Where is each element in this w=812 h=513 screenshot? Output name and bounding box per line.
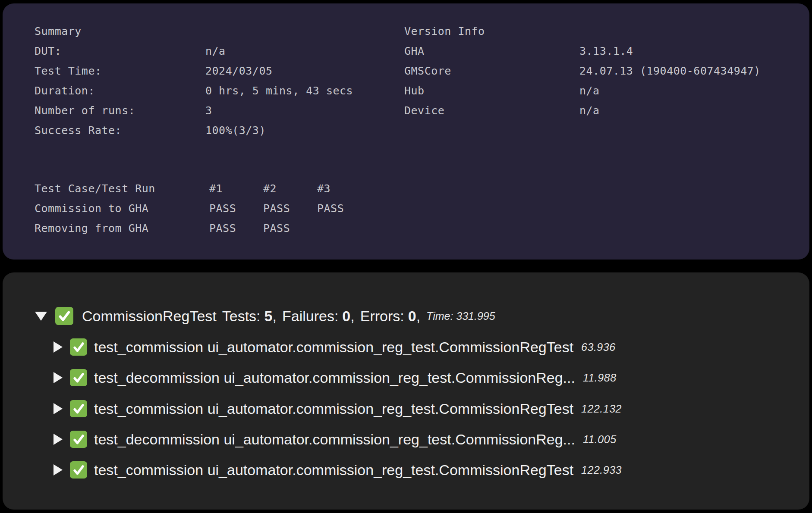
result-cell: PASS (317, 199, 371, 219)
version-info-block: Version Info GHA 3.13.1.4 GMSCore 24.07.… (404, 22, 761, 121)
suite-time: Time: 331.995 (426, 310, 495, 322)
checkmark-icon (55, 307, 73, 325)
summary-value: 100%(3/3) (205, 121, 266, 141)
triangle-right-icon[interactable] (54, 372, 63, 383)
test-case-row[interactable]: test_decommission ui_automator.commissio… (54, 368, 617, 388)
checkmark-icon (70, 431, 87, 448)
suite-name: CommissionRegTest (82, 308, 217, 325)
test-case-label: test_decommission ui_automator.commissio… (94, 431, 575, 448)
triangle-right-icon[interactable] (54, 341, 63, 353)
tests-count: 5 (264, 308, 273, 325)
test-case-name: Commission to GHA (35, 199, 209, 219)
summary-title: Summary (35, 22, 353, 41)
summary-label: Test Time: (35, 61, 205, 81)
test-case-name: Removing from GHA (35, 219, 209, 238)
test-case-row[interactable]: test_commission ui_automator.commission_… (54, 460, 622, 480)
summary-value: 0 hrs, 5 mins, 43 secs (205, 81, 353, 101)
summary-row: Duration: 0 hrs, 5 mins, 43 secs (35, 81, 353, 101)
failures-label: Failures: (282, 308, 338, 325)
tests-label: Tests: (222, 308, 261, 325)
run-header-1: #1 (209, 179, 263, 199)
version-value: n/a (579, 101, 600, 121)
test-case-time: 11.988 (583, 372, 617, 384)
checkmark-icon (70, 369, 87, 386)
test-case-label: test_commission ui_automator.commission_… (94, 462, 573, 479)
test-run-table: Test Case/Test Run #1 #2 #3 Commission t… (35, 179, 371, 238)
test-case-time: 11.005 (583, 433, 617, 446)
test-case-label: test_decommission ui_automator.commissio… (94, 369, 575, 386)
version-label: Device (404, 101, 579, 121)
summary-row: DUT: n/a (35, 41, 353, 61)
errors-count: 0 (408, 308, 416, 325)
result-cell: PASS (209, 199, 263, 219)
summary-row: Success Rate: 100%(3/3) (35, 121, 353, 141)
test-case-time: 122.933 (581, 464, 622, 476)
test-case-time: 63.936 (581, 341, 615, 353)
version-row: Hub n/a (404, 81, 761, 101)
test-case-label: test_commission ui_automator.commission_… (94, 400, 573, 417)
results-tree-panel: CommissionRegTest Tests: 5 , Failures: 0… (3, 272, 809, 510)
checkmark-icon (70, 461, 87, 479)
test-case-row[interactable]: test_decommission ui_automator.commissio… (54, 429, 617, 449)
version-label: Hub (404, 81, 579, 101)
run-table-row: Removing from GHA PASS PASS (35, 219, 371, 238)
checkmark-icon (70, 400, 87, 417)
version-info-title: Version Info (404, 22, 761, 41)
report-page: Summary DUT: n/a Test Time: 2024/03/05 D… (0, 0, 812, 513)
version-label: GHA (404, 41, 579, 61)
triangle-right-icon[interactable] (54, 434, 63, 445)
run-table-header: Test Case/Test Run #1 #2 #3 (35, 179, 371, 199)
summary-value: 2024/03/05 (205, 61, 273, 81)
run-header-3: #3 (317, 179, 371, 199)
checkmark-icon (70, 338, 87, 356)
summary-label: DUT: (35, 41, 205, 61)
errors-label: Errors: (360, 308, 404, 325)
summary-label: Duration: (35, 81, 205, 101)
summary-block: Summary DUT: n/a Test Time: 2024/03/05 D… (35, 22, 353, 141)
version-row: GHA 3.13.1.4 (404, 41, 761, 61)
summary-label: Success Rate: (35, 121, 205, 141)
summary-value: 3 (205, 101, 212, 121)
version-label: GMSCore (404, 61, 579, 81)
triangle-right-icon[interactable] (54, 464, 63, 475)
summary-row: Test Time: 2024/03/05 (35, 61, 353, 81)
result-cell: PASS (263, 199, 317, 219)
version-row: Device n/a (404, 101, 761, 121)
version-value: n/a (579, 81, 600, 101)
run-header-name: Test Case/Test Run (35, 179, 209, 199)
run-table-row: Commission to GHA PASS PASS PASS (35, 199, 371, 219)
version-value: 24.07.13 (190400-607434947) (579, 61, 761, 81)
separator: , (350, 308, 354, 325)
result-cell: PASS (209, 219, 263, 238)
test-case-row[interactable]: test_commission ui_automator.commission_… (54, 399, 622, 419)
result-cell: PASS (263, 219, 317, 238)
separator: , (273, 308, 277, 325)
test-case-row[interactable]: test_commission ui_automator.commission_… (54, 337, 616, 357)
summary-value: n/a (205, 41, 226, 61)
suite-row[interactable]: CommissionRegTest Tests: 5 , Failures: 0… (35, 306, 495, 326)
version-value: 3.13.1.4 (579, 41, 633, 61)
summary-panel: Summary DUT: n/a Test Time: 2024/03/05 D… (3, 3, 809, 260)
result-cell (317, 219, 371, 238)
test-case-time: 122.132 (581, 403, 622, 415)
version-row: GMSCore 24.07.13 (190400-607434947) (404, 61, 761, 81)
summary-row: Number of runs: 3 (35, 101, 353, 121)
separator: , (416, 308, 420, 325)
run-header-2: #2 (263, 179, 317, 199)
test-case-label: test_commission ui_automator.commission_… (94, 339, 573, 356)
triangle-right-icon[interactable] (54, 403, 63, 414)
summary-label: Number of runs: (35, 101, 205, 121)
triangle-down-icon[interactable] (35, 312, 47, 321)
failures-count: 0 (342, 308, 350, 325)
